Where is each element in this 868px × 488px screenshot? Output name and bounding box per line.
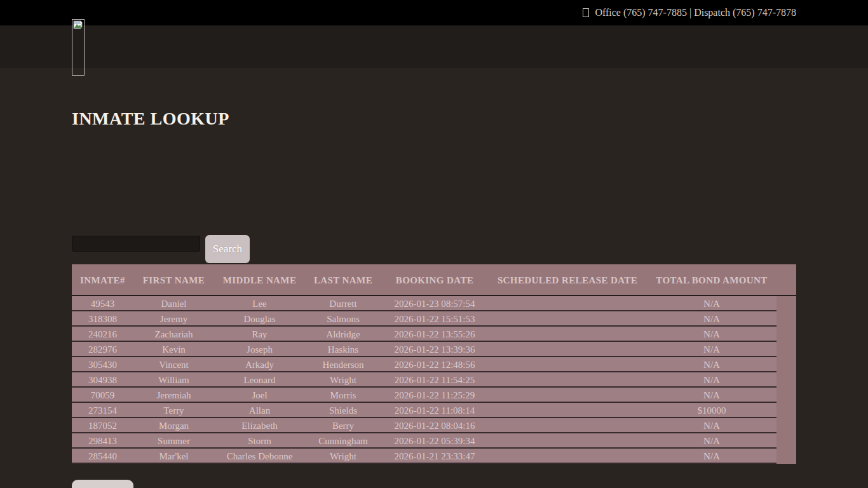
- cell-inmate-number: 305430: [72, 357, 133, 371]
- inmate-table: INMATE# FIRST NAME MIDDLE NAME LAST NAME…: [72, 264, 796, 464]
- cell-last-name: Cunningham: [305, 433, 381, 447]
- cell-total-bond-amount: N/A: [647, 311, 776, 325]
- cell-middle-name: Allan: [214, 403, 305, 417]
- header-scheduled-release-date: SCHEDULED RELEASE DATE: [488, 264, 647, 295]
- cell-scheduled-release-date: [488, 311, 647, 325]
- cell-booking-date: 2026-01-22 05:39:34: [381, 433, 488, 447]
- page: Office (765) 747-7885 | Dispatch (765) 7…: [0, 0, 868, 488]
- cell-total-bond-amount: $10000: [647, 403, 776, 417]
- table-row[interactable]: 305430 Vincent Arkady Henderson 2026-01-…: [72, 357, 776, 372]
- cell-scheduled-release-date: [488, 372, 647, 386]
- pagination-button[interactable]: Next: [72, 480, 133, 488]
- search-button[interactable]: Search: [205, 235, 250, 263]
- cell-middle-name: Storm: [214, 433, 305, 447]
- cell-total-bond-amount: N/A: [647, 418, 776, 432]
- table-row[interactable]: 273154 Terry Allan Shields 2026-01-22 11…: [72, 403, 776, 418]
- table-row[interactable]: 304938 William Leonard Wright 2026-01-22…: [72, 372, 776, 388]
- table-row[interactable]: 70059 Jeremiah Joel Morris 2026-01-22 11…: [72, 388, 776, 403]
- cell-first-name: Jeremy: [133, 311, 214, 325]
- cell-scheduled-release-date: [488, 327, 647, 341]
- header-first-name: FIRST NAME: [133, 264, 214, 295]
- logo-link[interactable]: [72, 19, 85, 76]
- table-row[interactable]: 298413 Summer Storm Cunningham 2026-01-2…: [72, 433, 776, 449]
- cell-total-bond-amount: N/A: [647, 449, 776, 463]
- cell-total-bond-amount: N/A: [647, 388, 776, 402]
- cell-first-name: Daniel: [133, 296, 214, 310]
- cell-first-name: Terry: [133, 403, 214, 417]
- contact-bar: Office (765) 747-7885 | Dispatch (765) 7…: [0, 0, 868, 25]
- cell-total-bond-amount: N/A: [647, 327, 776, 341]
- cell-inmate-number: 187052: [72, 418, 133, 432]
- broken-image-icon: [73, 20, 83, 29]
- cell-scheduled-release-date: [488, 433, 647, 447]
- cell-scheduled-release-date: [488, 449, 647, 463]
- cell-first-name: Mar'kel: [133, 449, 214, 463]
- cell-inmate-number: 298413: [72, 433, 133, 447]
- cell-last-name: Henderson: [305, 357, 381, 371]
- cell-total-bond-amount: N/A: [647, 296, 776, 310]
- cell-first-name: Kevin: [133, 342, 214, 356]
- phone-icon: [583, 8, 589, 17]
- table-header-row: INMATE# FIRST NAME MIDDLE NAME LAST NAME…: [72, 264, 796, 296]
- cell-scheduled-release-date: [488, 357, 647, 371]
- cell-middle-name: Douglas: [214, 311, 305, 325]
- table-row[interactable]: 240216 Zachariah Ray Aldridge 2026-01-22…: [72, 327, 776, 342]
- nav-band: [0, 25, 868, 68]
- cell-inmate-number: 282976: [72, 342, 133, 356]
- cell-inmate-number: 318308: [72, 311, 133, 325]
- cell-booking-date: 2026-01-22 13:55:26: [381, 327, 488, 341]
- cell-last-name: Wright: [305, 372, 381, 386]
- cell-middle-name: Lee: [214, 296, 305, 310]
- cell-booking-date: 2026-01-22 12:48:56: [381, 357, 488, 371]
- cell-total-bond-amount: N/A: [647, 357, 776, 371]
- cell-first-name: Vincent: [133, 357, 214, 371]
- cell-middle-name: Leonard: [214, 372, 305, 386]
- cell-last-name: Salmons: [305, 311, 381, 325]
- cell-inmate-number: 49543: [72, 296, 133, 310]
- cell-booking-date: 2026-01-22 11:54:25: [381, 372, 488, 386]
- cell-last-name: Berry: [305, 418, 381, 432]
- table-row[interactable]: 285440 Mar'kel Charles Debonne Wright 20…: [72, 449, 776, 464]
- cell-booking-date: 2026-01-22 13:39:36: [381, 342, 488, 356]
- cell-last-name: Aldridge: [305, 327, 381, 341]
- table-row[interactable]: 49543 Daniel Lee Durrett 2026-01-23 08:5…: [72, 296, 776, 311]
- header-inmate-number: INMATE#: [72, 264, 133, 295]
- table-body: 49543 Daniel Lee Durrett 2026-01-23 08:5…: [72, 296, 776, 464]
- table-row[interactable]: 187052 Morgan Elizabeth Berry 2026-01-22…: [72, 418, 776, 433]
- cell-middle-name: Joseph: [214, 342, 305, 356]
- cell-last-name: Shields: [305, 403, 381, 417]
- cell-scheduled-release-date: [488, 403, 647, 417]
- cell-booking-date: 2026-01-22 11:08:14: [381, 403, 488, 417]
- cell-total-bond-amount: N/A: [647, 342, 776, 356]
- cell-scheduled-release-date: [488, 418, 647, 432]
- cell-inmate-number: 273154: [72, 403, 133, 417]
- cell-inmate-number: 70059: [72, 388, 133, 402]
- page-title: INMATE LOOKUP: [72, 109, 229, 129]
- cell-total-bond-amount: N/A: [647, 433, 776, 447]
- cell-middle-name: Arkady: [214, 357, 305, 371]
- cell-booking-date: 2026-01-23 08:57:54: [381, 296, 488, 310]
- cell-middle-name: Charles Debonne: [214, 449, 305, 463]
- cell-booking-date: 2026-01-22 11:25:29: [381, 388, 488, 402]
- cell-first-name: Summer: [133, 433, 214, 447]
- cell-scheduled-release-date: [488, 342, 647, 356]
- cell-scheduled-release-date: [488, 388, 647, 402]
- cell-inmate-number: 304938: [72, 372, 133, 386]
- cell-scheduled-release-date: [488, 296, 647, 310]
- cell-booking-date: 2026-01-22 08:04:16: [381, 418, 488, 432]
- header-booking-date: BOOKING DATE: [381, 264, 488, 295]
- cell-first-name: Zachariah: [133, 327, 214, 341]
- search-input[interactable]: [72, 236, 200, 252]
- table-row[interactable]: 282976 Kevin Joseph Haskins 2026-01-22 1…: [72, 342, 776, 357]
- contact-phone-text: Office (765) 747-7885 | Dispatch (765) 7…: [595, 7, 796, 18]
- header-middle-name: MIDDLE NAME: [214, 264, 305, 295]
- cell-inmate-number: 240216: [72, 327, 133, 341]
- table-row[interactable]: 318308 Jeremy Douglas Salmons 2026-01-22…: [72, 311, 776, 327]
- cell-booking-date: 2026-01-22 15:51:53: [381, 311, 488, 325]
- header-total-bond-amount: TOTAL BOND AMOUNT: [647, 264, 776, 295]
- cell-middle-name: Elizabeth: [214, 418, 305, 432]
- cell-first-name: William: [133, 372, 214, 386]
- cell-booking-date: 2026-01-21 23:33:47: [381, 449, 488, 463]
- header-last-name: LAST NAME: [305, 264, 381, 295]
- cell-total-bond-amount: N/A: [647, 372, 776, 386]
